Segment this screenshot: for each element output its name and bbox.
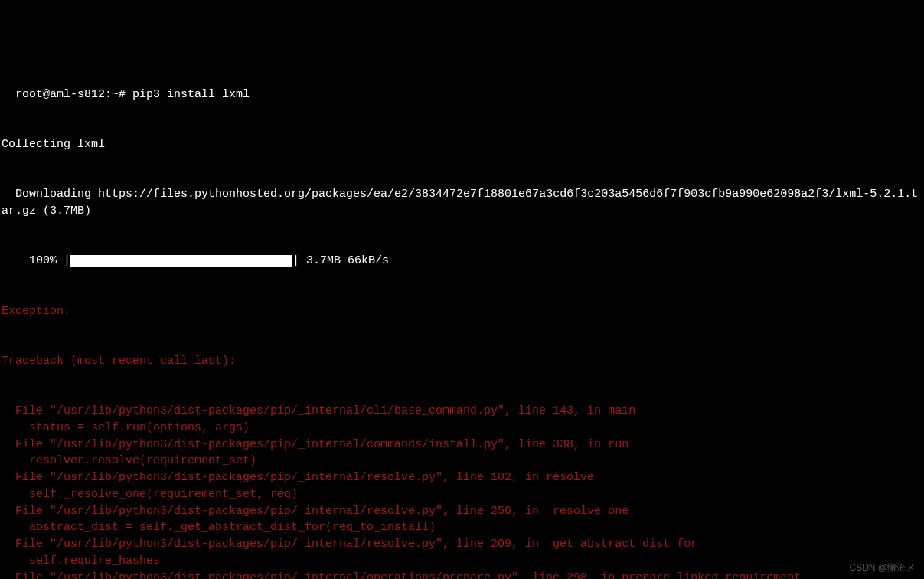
traceback-code-line: status = self.run(options, args) — [2, 420, 922, 437]
traceback-file-line: File "/usr/lib/python3/dist-packages/pip… — [2, 403, 922, 420]
traceback-frames: File "/usr/lib/python3/dist-packages/pip… — [2, 403, 922, 579]
traceback-code-line: self.require_hashes — [2, 553, 922, 570]
traceback-code-line: self._resolve_one(requirement_set, req) — [2, 486, 922, 503]
downloading-line: Downloading https://files.pythonhosted.o… — [2, 186, 922, 220]
progress-bar — [70, 255, 292, 267]
traceback-code-line: abstract_dist = self._get_abstract_dist_… — [2, 519, 922, 536]
traceback-label: Traceback (most recent call last): — [2, 353, 922, 370]
traceback-code-line: resolver.resolve(requirement_set) — [2, 453, 922, 469]
traceback-file-line: File "/usr/lib/python3/dist-packages/pip… — [2, 503, 922, 520]
watermark: CSDN @懈沧メ — [849, 561, 915, 574]
progress-line: 100% || 3.7MB 66kB/s — [2, 253, 922, 270]
traceback-file-line: File "/usr/lib/python3/dist-packages/pip… — [2, 437, 922, 453]
traceback-file-line: File "/usr/lib/python3/dist-packages/pip… — [2, 536, 922, 553]
traceback-file-line: File "/usr/lib/python3/dist-packages/pip… — [2, 469, 922, 486]
terminal-output[interactable]: root@aml-s812:~# pip3 install lxml Colle… — [2, 70, 922, 579]
traceback-file-line: File "/usr/lib/python3/dist-packages/pip… — [2, 570, 922, 580]
exception-label: Exception: — [2, 303, 922, 320]
collecting-line: Collecting lxml — [2, 136, 922, 153]
shell-prompt: root@aml-s812:~# pip3 install lxml — [15, 88, 250, 101]
